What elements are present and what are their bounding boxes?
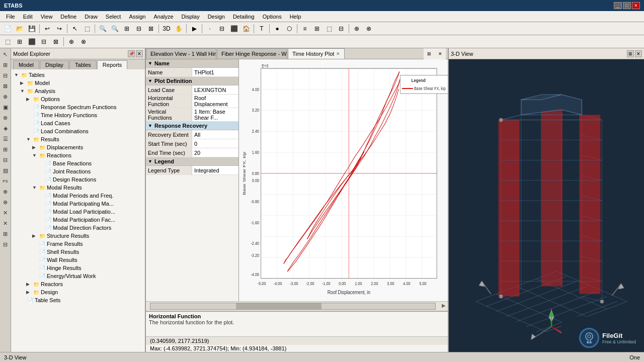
prop-section-recovery[interactable]: ▼ Response Recovery (146, 122, 238, 130)
tree-modal-periods[interactable]: 📄 Modal Periods and Freq. (36, 192, 144, 200)
minimize-button[interactable]: _ (614, 2, 622, 9)
tb-new[interactable]: 📄 (2, 23, 13, 34)
menu-edit[interactable]: Edit (19, 13, 37, 21)
menu-detailing[interactable]: Detailing (229, 13, 259, 21)
tb2-snap1[interactable]: ⊕ (66, 36, 77, 47)
tb-more2[interactable]: ⊗ (363, 23, 374, 34)
menu-file[interactable]: File (2, 13, 19, 21)
tab-display[interactable]: Display (40, 60, 69, 69)
tree-model[interactable]: ▶ 📁 Model (18, 79, 144, 87)
menu-display[interactable]: Display (178, 13, 204, 21)
tree-modal-part-fac[interactable]: 📄 Modal Participation Fac... (36, 216, 144, 224)
tree-design-reactions[interactable]: 📄 Design Reactions (36, 175, 144, 184)
tree-modal-direction[interactable]: 📄 Modal Direction Factors (36, 224, 144, 232)
lt-2[interactable]: ⊞ (1, 60, 11, 70)
lt-4[interactable]: ⊠ (1, 81, 11, 91)
tb-zoom-all[interactable]: ⊞ (121, 23, 132, 34)
tree-structure-results[interactable]: ▶ 📁 Structure Results (30, 232, 144, 240)
expand-modal[interactable]: ▼ (32, 185, 38, 190)
tb-node[interactable]: ● (272, 23, 283, 34)
tree-displacements[interactable]: ▶ 📁 Displacements (30, 143, 144, 151)
tb-assign1[interactable]: ≡ (299, 23, 310, 34)
tree-shell-results[interactable]: 📄 Shell Results (30, 248, 144, 256)
right-panel-close[interactable]: ✕ (635, 50, 642, 57)
tb-open[interactable]: 📂 (14, 23, 25, 34)
tree-response-spectrum[interactable]: 📄 Response Spectrum Functions (24, 103, 144, 111)
tree-frame-results[interactable]: 📄 Frame Results (30, 240, 144, 248)
tb2-snap2[interactable]: ⊗ (78, 36, 89, 47)
tb2-5[interactable]: ⊠ (50, 36, 61, 47)
prop-name-value[interactable]: THPlot1 (192, 68, 238, 76)
tb-assign4[interactable]: ⊟ (336, 23, 347, 34)
3d-view-area[interactable] (449, 59, 644, 352)
menu-assign[interactable]: Assign (125, 13, 149, 21)
tb-run[interactable]: ▶ (189, 23, 200, 34)
maximize-button[interactable]: □ (623, 2, 631, 9)
prop-vfunc-value[interactable]: 1 Item: Base Shear F... (192, 108, 238, 121)
tb-zoom-out[interactable]: 🔍 (109, 23, 120, 34)
menu-view[interactable]: View (37, 13, 57, 21)
tree-load-combinations[interactable]: 📄 Load Combinations (24, 127, 144, 135)
tree-wall-results[interactable]: 📄 Wall Results (30, 256, 144, 264)
tb2-1[interactable]: ⬚ (2, 36, 13, 47)
lt-19[interactable]: ⊟ (1, 239, 11, 249)
tab-reports[interactable]: Reports (97, 60, 128, 69)
panel-menu-btn[interactable]: ⊞ (424, 48, 435, 59)
tree-joint-reactions[interactable]: 📄 Joint Reactions (36, 167, 144, 175)
tree-reactors[interactable]: ▶ 📁 Reactors (24, 280, 144, 288)
expand-displ[interactable]: ▶ (32, 145, 38, 150)
prop-starttime-value[interactable]: 0 (192, 139, 238, 148)
lt-12[interactable]: ▤ (1, 165, 11, 175)
tree-base-reactions[interactable]: 📄 Base Reactions (36, 159, 144, 167)
tb-pts[interactable]: · (204, 23, 215, 34)
scroll-right-btn[interactable]: ▶ (440, 302, 448, 311)
lt-16[interactable]: ✕ (1, 208, 11, 218)
panel-close-btn[interactable]: ✕ (435, 48, 446, 59)
tree-results[interactable]: ▼ 📁 Results (24, 135, 144, 143)
tab-elevation[interactable]: Elevation View - 1 Wall Hinges ✕ (146, 48, 216, 59)
tab-tables[interactable]: Tables (69, 60, 97, 69)
tree-analysis[interactable]: ▼ 📁 Analysis (18, 87, 144, 95)
prop-legendtype-value[interactable]: Integrated (192, 166, 238, 174)
menu-options[interactable]: Options (259, 13, 286, 21)
lt-14[interactable]: ⊕ (1, 187, 11, 197)
tb-select[interactable]: ↖ (69, 23, 80, 34)
expand-analysis[interactable]: ▼ (20, 88, 26, 94)
tb-frame[interactable]: ⬡ (284, 23, 295, 34)
tb-rubber[interactable]: ⬚ (82, 23, 93, 34)
menu-analyze[interactable]: Analyze (149, 13, 177, 21)
lt-select[interactable]: ↖ (1, 49, 11, 59)
tree-reactions[interactable]: ▼ 📁 Reactions (30, 151, 144, 159)
prop-endtime-value[interactable]: 20 (192, 148, 238, 157)
lt-7[interactable]: ⊗ (1, 113, 11, 123)
prop-section-name[interactable]: ▼ Name (146, 59, 238, 68)
tb-redo[interactable]: ↪ (54, 23, 65, 34)
tb-assign3[interactable]: ⬚ (324, 23, 335, 34)
tb-props[interactable]: T (256, 23, 267, 34)
tree-time-history[interactable]: 📄 Time History Functions (24, 111, 144, 119)
lt-5[interactable]: ⊕ (1, 92, 11, 102)
right-panel-menu[interactable]: ⊞ (627, 50, 634, 57)
tree-load-cases[interactable]: 📄 Load Cases (24, 119, 144, 127)
expand-design[interactable]: ▶ (26, 290, 32, 295)
tab-fiber-hinge[interactable]: Fiber Hinge Response - W6H10 (... ✕ (217, 48, 287, 59)
tb2-3[interactable]: ⬛ (26, 36, 37, 47)
lt-ps[interactable]: PS (1, 176, 11, 186)
lt-3[interactable]: ⊟ (1, 70, 11, 80)
tree-table-sets[interactable]: 📄 Table Sets (18, 296, 144, 304)
tb-areas[interactable]: ⬛ (228, 23, 239, 34)
tree-energy[interactable]: 📄 Energy/Virtual Work (30, 272, 144, 280)
lt-17[interactable]: ✕ (1, 218, 11, 228)
tree-modal-load[interactable]: 📄 Modal Load Participatio... (36, 208, 144, 216)
tb-3d[interactable]: 3D (161, 23, 172, 34)
lt-8[interactable]: ◈ (1, 123, 11, 133)
lt-11[interactable]: ⊟ (1, 155, 11, 165)
tree-design[interactable]: ▶ 📁 Design (24, 288, 144, 296)
tb-zoom-in[interactable]: 🔍 (97, 23, 108, 34)
tab-time-close[interactable]: ✕ (336, 51, 340, 56)
lt-18[interactable]: ⊞ (1, 229, 11, 239)
expand-struct[interactable]: ▶ (32, 233, 38, 238)
expand-reactors[interactable]: ▶ (26, 282, 32, 287)
tb-zoom-sel[interactable]: ⊟ (133, 23, 144, 34)
prop-loadcase-value[interactable]: LEXINGTON (192, 85, 238, 94)
